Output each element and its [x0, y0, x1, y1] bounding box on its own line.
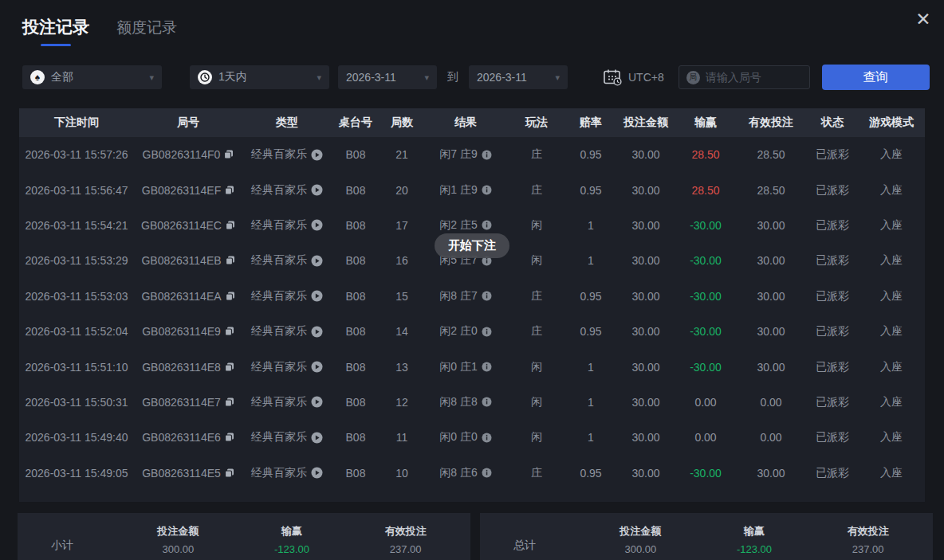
mode-text: 入座	[880, 430, 903, 444]
copy-icon[interactable]	[226, 256, 235, 265]
cell-winloss: 28.50	[676, 184, 735, 197]
time-text: 2026-03-11 15:49:40	[26, 431, 128, 444]
round-badge-icon: 局	[686, 71, 700, 84]
copy-icon[interactable]	[225, 468, 234, 478]
copy-icon[interactable]	[226, 221, 235, 230]
table_no-text: B08	[346, 431, 366, 444]
cell-game_id: GB08263114EC	[134, 219, 242, 232]
info-icon[interactable]	[482, 150, 492, 160]
cell-winloss: -30.00	[676, 325, 735, 338]
table-row[interactable]: 2026-03-11 15:53:03GB08263114EA经典百家乐B081…	[19, 279, 925, 314]
cell-valid: 30.00	[735, 290, 807, 303]
game_id-text: GB08263114E8	[142, 361, 221, 374]
valid-text: 28.50	[757, 148, 785, 161]
time-range-select[interactable]: 1天内 ▾	[190, 65, 329, 89]
tab-bet-records[interactable]: 投注记录	[22, 16, 89, 46]
winloss-text: -30.00	[690, 254, 722, 267]
play-icon[interactable]	[311, 219, 323, 231]
info-icon[interactable]	[482, 185, 492, 195]
valid-text: 30.00	[757, 219, 785, 232]
cell-winloss: 28.50	[676, 148, 735, 161]
round-search-box[interactable]: 局	[678, 65, 810, 89]
odds-text: 1	[588, 361, 594, 374]
info-icon[interactable]	[482, 291, 492, 301]
bet-records-table: 下注时间局号类型桌台号局数结果玩法赔率投注金额输赢有效投注状态游戏模式 2026…	[19, 108, 925, 502]
game_id-text: GB08263114F0	[143, 148, 221, 161]
copy-icon[interactable]	[226, 292, 235, 301]
game-type-select[interactable]: ♠ 全部 ▾	[22, 65, 162, 89]
query-button[interactable]: 查询	[822, 65, 930, 90]
table-row[interactable]: 2026-03-11 15:49:05GB08263114E5经典百家乐B081…	[19, 456, 925, 491]
odds-text: 1	[588, 431, 594, 444]
table-row[interactable]: 2026-03-11 15:51:10GB08263114E8经典百家乐B081…	[19, 349, 925, 384]
play-icon[interactable]	[311, 467, 323, 479]
round-text: 10	[395, 467, 408, 480]
cell-mode: 入座	[858, 183, 925, 198]
cell-play: 庄	[507, 466, 566, 480]
table-row[interactable]: 2026-03-11 15:52:04GB08263114E9经典百家乐B081…	[19, 314, 925, 349]
play-icon[interactable]	[311, 290, 323, 302]
to-label: 到	[447, 70, 458, 84]
round-text: 13	[395, 361, 408, 374]
play-text: 闲	[531, 360, 542, 374]
close-icon[interactable]: ✕	[911, 6, 936, 32]
chevron-down-icon: ▾	[317, 72, 321, 83]
cell-mode: 入座	[858, 147, 925, 162]
info-icon[interactable]	[482, 220, 492, 230]
status-text: 已派彩	[816, 289, 849, 303]
copy-icon[interactable]	[225, 433, 234, 442]
play-icon[interactable]	[311, 149, 323, 161]
copy-icon[interactable]	[225, 362, 234, 372]
round-text: 14	[395, 325, 408, 338]
play-icon[interactable]	[311, 326, 323, 338]
cell-mode: 入座	[858, 289, 925, 303]
cell-result: 闲2 庄0	[424, 324, 507, 339]
type-text: 经典百家乐	[251, 360, 307, 374]
subtotal-bet-amount: 投注金额 300.00	[121, 520, 235, 560]
total-valid-bet: 有效投注 237.00	[811, 520, 925, 560]
table-row[interactable]: 2026-03-11 15:57:26GB08263114F0经典百家乐B082…	[19, 137, 925, 172]
odds-text: 1	[588, 219, 594, 232]
result-text: 闲0 庄1	[439, 360, 477, 374]
time-range-value: 1天内	[218, 70, 247, 84]
play-icon[interactable]	[311, 184, 323, 196]
info-icon[interactable]	[482, 397, 492, 407]
play-text: 庄	[531, 289, 542, 303]
play-text: 闲	[531, 395, 542, 409]
subtotal-valid-bet: 有效投注 237.00	[348, 520, 462, 560]
cell-time: 2026-03-11 15:54:21	[19, 219, 134, 232]
date-to-value: 2026-3-11	[477, 71, 527, 84]
play-icon[interactable]	[311, 396, 323, 408]
result-text: 闲7 庄9	[439, 147, 477, 162]
table-row[interactable]: 2026-03-11 15:56:47GB08263114EF经典百家乐B082…	[19, 172, 925, 207]
game_id-text: GB08263114E9	[142, 325, 221, 338]
copy-icon[interactable]	[225, 186, 234, 195]
table_no-text: B08	[346, 396, 366, 409]
table_no-text: B08	[346, 361, 366, 374]
odds-text: 1	[588, 254, 594, 267]
copy-icon[interactable]	[224, 150, 234, 159]
play-icon[interactable]	[311, 361, 323, 373]
info-icon[interactable]	[482, 362, 492, 372]
round-search-input[interactable]	[706, 71, 802, 84]
cell-status: 已派彩	[807, 324, 858, 339]
info-icon[interactable]	[482, 433, 492, 443]
info-icon[interactable]	[482, 468, 492, 478]
column-header: 玩法	[507, 116, 566, 130]
cell-valid: 30.00	[735, 325, 807, 338]
info-icon[interactable]	[482, 327, 492, 337]
copy-icon[interactable]	[225, 327, 234, 336]
play-icon[interactable]	[311, 255, 323, 267]
tab-quota-records[interactable]: 额度记录	[116, 18, 177, 46]
result-text: 闲1 庄9	[439, 183, 477, 198]
date-from-select[interactable]: 2026-3-11 ▾	[338, 65, 437, 89]
play-icon[interactable]	[311, 432, 323, 444]
table-row[interactable]: 2026-03-11 15:50:31GB08263114E7经典百家乐B081…	[19, 385, 925, 420]
copy-icon[interactable]	[225, 397, 234, 407]
table-row[interactable]: 2026-03-11 15:49:40GB08263114E6经典百家乐B081…	[19, 420, 925, 455]
cell-status: 已派彩	[807, 466, 858, 480]
date-to-select[interactable]: 2026-3-11 ▾	[469, 65, 568, 89]
column-header: 状态	[807, 116, 858, 130]
cell-table_no: B08	[332, 184, 380, 197]
spade-glyph: ♠	[35, 72, 40, 83]
